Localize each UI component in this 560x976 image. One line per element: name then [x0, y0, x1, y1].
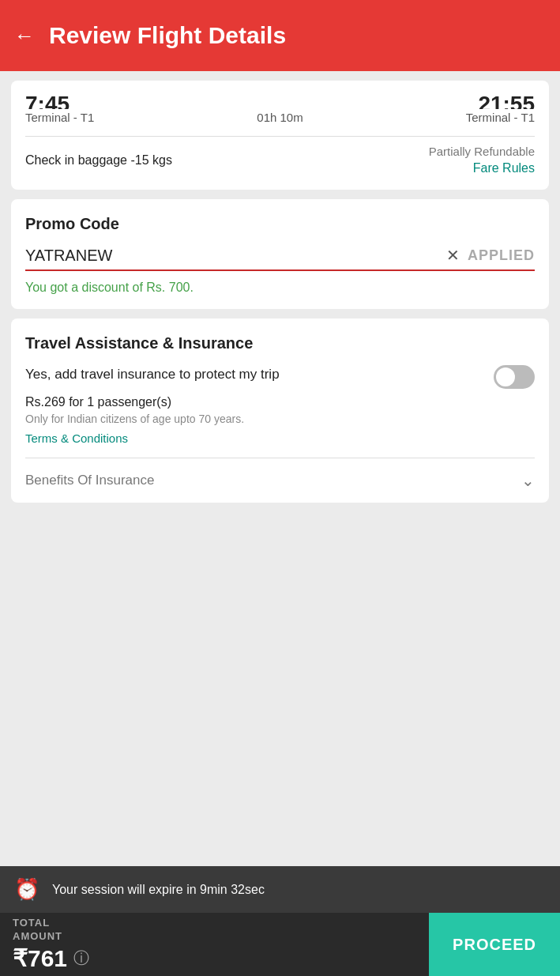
insurance-toggle-label: Yes, add travel insurance to protect my … — [25, 365, 280, 384]
promo-code-input[interactable] — [25, 247, 438, 265]
terminals-row: Terminal - T1 01h 10m Terminal - T1 — [25, 111, 535, 125]
benefits-label: Benefits Of Insurance — [25, 473, 154, 488]
clock-icon: ⏰ — [14, 877, 39, 902]
total-amount-row: ₹761 ⓘ — [13, 944, 98, 972]
flight-times-row: 7:45 21:55 — [25, 92, 535, 109]
terminal-right: Terminal - T1 — [466, 111, 535, 125]
promo-clear-button[interactable]: ✕ — [438, 246, 468, 265]
baggage-info: Check in baggage -15 kgs — [25, 153, 172, 168]
app-header: ← Review Flight Details — [0, 0, 560, 71]
refund-status: Partially Refundable — [429, 145, 535, 158]
insurance-price: Rs.269 for 1 passenger(s) — [25, 395, 535, 409]
page-title: Review Flight Details — [49, 22, 286, 49]
promo-title: Promo Code — [25, 215, 535, 233]
terms-conditions-link[interactable]: Terms & Conditions — [25, 431, 128, 445]
insurance-toggle-row: Yes, add travel insurance to protect my … — [25, 365, 535, 389]
promo-input-row: ✕ APPLIED — [25, 246, 535, 271]
terminal-left: Terminal - T1 — [25, 111, 94, 125]
chevron-down-icon: ⌄ — [521, 471, 535, 490]
insurance-title: Travel Assistance & Insurance — [25, 334, 535, 352]
baggage-row: Check in baggage -15 kgs Partially Refun… — [25, 145, 535, 175]
toggle-slider — [494, 365, 535, 389]
departure-time: 7:45 — [25, 92, 70, 109]
promo-code-card: Promo Code ✕ APPLIED You got a discount … — [11, 199, 549, 309]
flight-card: 7:45 21:55 Terminal - T1 01h 10m Termina… — [11, 81, 549, 190]
insurance-toggle[interactable] — [494, 365, 535, 389]
benefits-row[interactable]: Benefits Of Insurance ⌄ — [25, 458, 535, 503]
session-message: Your session will expire in 9min 32sec — [52, 883, 265, 897]
bottom-bar: TOTALAMOUNT ₹761 ⓘ PROCEED — [0, 913, 560, 976]
fare-rules-link[interactable]: Fare Rules — [429, 161, 535, 175]
card-divider — [25, 136, 535, 137]
insurance-note: Only for Indian citizens of age upto 70 … — [25, 413, 535, 425]
refund-section: Partially Refundable Fare Rules — [429, 145, 535, 175]
promo-success-message: You got a discount of Rs. 700. — [25, 281, 535, 295]
total-amount-value: ₹761 — [13, 944, 67, 972]
back-button[interactable]: ← — [14, 24, 35, 48]
flight-duration: 01h 10m — [257, 111, 303, 125]
arrival-time: 21:55 — [478, 92, 535, 109]
promo-applied-label: APPLIED — [468, 247, 535, 264]
proceed-button[interactable]: PROCEED — [429, 913, 560, 976]
session-bar: ⏰ Your session will expire in 9min 32sec — [0, 866, 560, 913]
insurance-card: Travel Assistance & Insurance Yes, add t… — [11, 318, 549, 503]
main-content: 7:45 21:55 Terminal - T1 01h 10m Termina… — [0, 81, 560, 646]
info-icon[interactable]: ⓘ — [73, 948, 89, 969]
total-amount-section: TOTALAMOUNT ₹761 ⓘ — [0, 917, 111, 973]
total-label: TOTALAMOUNT — [13, 917, 98, 944]
